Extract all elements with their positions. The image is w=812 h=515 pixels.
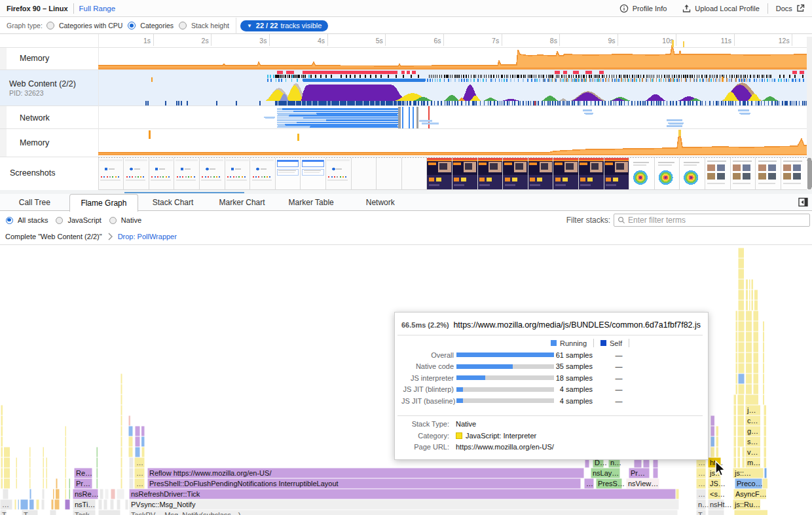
svg-text:…: … xyxy=(586,480,593,487)
svg-text:T…: T… xyxy=(2,511,14,515)
svg-text:5s: 5s xyxy=(376,37,383,45)
svg-text:PVsync::Msg_Notify: PVsync::Msg_Notify xyxy=(131,501,196,508)
svg-text:2s: 2s xyxy=(202,37,209,45)
svg-text:1s: 1s xyxy=(143,37,151,45)
svg-text:PresShell::DoFlushPendingNotif: PresShell::DoFlushPendingNotifications I… xyxy=(149,480,339,487)
svg-text:js::Ru…: js::Ru… xyxy=(734,501,760,508)
svg-text:TaskPV… Msg_Notify(subclass…): TaskPV… Msg_Notify(subclass…) xyxy=(131,511,241,515)
svg-text:Memory: Memory xyxy=(20,54,50,63)
svg-text:11s: 11s xyxy=(721,37,731,45)
svg-text:…: … xyxy=(2,501,9,508)
svg-text:nsHt…: nsHt… xyxy=(710,501,732,508)
svg-text:Pr…: Pr… xyxy=(631,469,645,477)
svg-text:…: … xyxy=(698,480,705,487)
svg-text:AsyncF…: AsyncF… xyxy=(735,490,767,498)
svg-text:g…: g… xyxy=(747,427,758,435)
svg-text:v…: v… xyxy=(747,448,758,456)
svg-text:Pr…: Pr… xyxy=(76,480,90,487)
svg-text:6s: 6s xyxy=(434,37,441,45)
svg-text:PID: 32623: PID: 32623 xyxy=(9,89,44,97)
svg-text:Reflow https://www.mozilla.org: Reflow https://www.mozilla.org/en-US/ xyxy=(149,469,272,477)
svg-text:…: … xyxy=(698,469,705,477)
svg-text:nsTi…: nsTi… xyxy=(75,501,95,508)
svg-text:Web Content (2/2): Web Content (2/2) xyxy=(9,79,76,88)
svg-text:…: … xyxy=(136,480,143,487)
svg-text:T…: T… xyxy=(698,511,710,515)
svg-text:JS…: JS… xyxy=(710,480,726,487)
svg-text:12s: 12s xyxy=(779,37,790,45)
svg-text:Task…: Task… xyxy=(75,511,97,515)
svg-text:…: … xyxy=(698,490,705,498)
svg-text:m…: m… xyxy=(747,459,760,467)
svg-text:Screenshots: Screenshots xyxy=(10,168,55,178)
svg-text:T…: T… xyxy=(24,511,35,515)
svg-text:…: … xyxy=(136,469,143,477)
svg-text:PresS…: PresS… xyxy=(598,480,625,487)
svg-text:<s…: <s… xyxy=(710,490,725,498)
svg-text:10s: 10s xyxy=(662,37,673,45)
svg-text:nsView…: nsView… xyxy=(628,480,658,487)
svg-text:nsRefreshDriver::Tick: nsRefreshDriver::Tick xyxy=(131,490,200,498)
svg-text:nsRe…: nsRe… xyxy=(75,490,99,498)
svg-text:j…: j… xyxy=(747,406,756,414)
svg-text:Re…: Re… xyxy=(76,469,92,477)
svg-text:8s: 8s xyxy=(550,37,557,45)
svg-text:Memory: Memory xyxy=(20,138,50,147)
svg-text:Preco…: Preco… xyxy=(737,480,763,487)
svg-text:n…: n… xyxy=(698,501,709,508)
svg-text:4s: 4s xyxy=(318,37,325,45)
svg-text:3s: 3s xyxy=(259,37,267,45)
svg-text:7s: 7s xyxy=(492,37,499,45)
svg-text:s…: s… xyxy=(747,438,758,446)
svg-text:js::…: js::… xyxy=(734,469,751,477)
svg-text:…: … xyxy=(136,459,143,467)
svg-text:Network: Network xyxy=(20,113,50,123)
svg-text:9s: 9s xyxy=(608,37,616,45)
svg-text:nsLay…: nsLay… xyxy=(593,469,619,477)
svg-text:c…: c… xyxy=(747,417,758,425)
